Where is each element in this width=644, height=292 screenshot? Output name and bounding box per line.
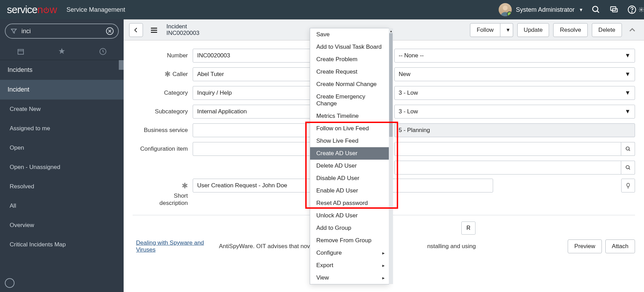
ctx-add-visual-task[interactable]: Add to Visual Task Board: [310, 41, 389, 53]
follow-group: Follow ▾: [470, 23, 513, 37]
ctx-save[interactable]: Save: [310, 28, 389, 41]
ctx-delete-ad-user[interactable]: Delete AD User: [310, 160, 389, 172]
clear-icon[interactable]: [106, 27, 114, 35]
select-r2[interactable]: New▼: [394, 67, 635, 81]
nav-item-overview[interactable]: Overview: [0, 216, 124, 235]
follow-dropdown[interactable]: ▾: [500, 23, 513, 37]
mandatory-icon: ✱: [182, 181, 188, 190]
filter-icon[interactable]: [10, 28, 17, 35]
select-category-value: Inquiry / Help: [197, 90, 232, 96]
chat-icon[interactable]: [609, 4, 619, 15]
nav-tab-apps[interactable]: [0, 43, 41, 60]
search-icon[interactable]: [591, 4, 601, 15]
nav-item-assigned[interactable]: Assigned to me: [0, 119, 124, 138]
ctx-scroll-thumb[interactable]: [389, 33, 393, 137]
logo-text-main: service: [7, 4, 37, 15]
svg-point-0: [503, 6, 508, 10]
label-subcategory: Subcategory: [133, 108, 188, 115]
context-menu: Save Add to Visual Task Board Create Pro…: [310, 28, 389, 284]
help-icon[interactable]: [627, 4, 637, 15]
delete-button[interactable]: Delete: [592, 23, 622, 37]
ctx-unlock-ad-user[interactable]: Unlock AD User: [310, 209, 389, 222]
update-button[interactable]: Update: [517, 23, 549, 37]
svg-rect-9: [18, 49, 23, 54]
form-right-column: -- None --▼ New▼ 3 - Low▼ 3 - Low▼ 5 - P…: [394, 49, 635, 175]
ctx-follow-live-feed[interactable]: Follow on Live Feed: [310, 122, 389, 135]
attach-buttons: Preview Attach: [568, 239, 635, 253]
ctx-create-emergency-change[interactable]: Create Emergency Change: [310, 91, 389, 110]
nav-item-create-new[interactable]: Create New: [0, 100, 124, 119]
nav-tab-favorites[interactable]: [41, 43, 82, 60]
menu-button[interactable]: [147, 23, 161, 37]
nav-item-open-unassigned[interactable]: Open - Unassigned: [0, 158, 124, 177]
resolve-button[interactable]: Resolve: [553, 23, 587, 37]
settings-icon[interactable]: [638, 0, 644, 19]
label-number: Number: [133, 52, 188, 59]
follow-button[interactable]: Follow: [470, 23, 500, 37]
chevron-down-icon: ▼: [625, 108, 631, 115]
ctx-add-to-group[interactable]: Add to Group: [310, 222, 389, 234]
ctx-metrics-timeline[interactable]: Metrics Timeline: [310, 110, 389, 122]
collapse-nav-icon[interactable]: [5, 278, 15, 288]
user-menu[interactable]: System Administrator ▼: [499, 3, 583, 16]
lookup-r7-icon[interactable]: [621, 161, 635, 175]
back-button[interactable]: [129, 23, 143, 37]
svg-line-26: [629, 168, 630, 169]
attach-button[interactable]: Attach: [605, 239, 635, 253]
nav-scroll-thumb[interactable]: [119, 60, 124, 70]
nav-search: [0, 19, 124, 43]
select-r4-value: 3 - Low: [399, 108, 418, 115]
nav-filter-input[interactable]: [21, 28, 102, 35]
label-short-description: ✱ Shortdescription: [133, 181, 188, 207]
ctx-configure[interactable]: Configure: [310, 247, 389, 259]
svg-rect-11: [151, 28, 157, 29]
nav-item-all[interactable]: All: [0, 196, 124, 216]
ctx-create-ad-user[interactable]: Create AD User: [310, 147, 389, 160]
ctx-reset-ad-password[interactable]: Reset AD password: [310, 197, 389, 209]
nav-item-resolved[interactable]: Resolved: [0, 177, 124, 196]
lookup-r6-icon[interactable]: [621, 142, 635, 156]
ctx-export[interactable]: Export: [310, 259, 389, 272]
ctx-disable-ad-user[interactable]: Disable AD User: [310, 172, 389, 185]
field-r2: New▼: [394, 67, 635, 81]
svg-line-2: [597, 11, 599, 12]
nav-item-incidents[interactable]: Incidents: [0, 60, 124, 80]
select-r3-value: 3 - Low: [399, 90, 418, 96]
servicenow-logo: servicenw: [7, 4, 57, 16]
nav-item-incident[interactable]: Incident: [0, 80, 124, 100]
nav-item-critical-map[interactable]: Critical Incidents Map: [0, 235, 124, 254]
nav-tab-history[interactable]: [83, 43, 124, 60]
ctx-show-live-feed[interactable]: Show Live Feed: [310, 135, 389, 147]
svg-line-24: [629, 150, 630, 151]
logo-text-accent: nw: [37, 4, 57, 15]
select-r3[interactable]: 3 - Low▼: [394, 86, 635, 100]
chevron-down-icon: ▼: [625, 52, 631, 59]
ctx-scrollbar[interactable]: ▴: [389, 28, 393, 284]
select-r4[interactable]: 3 - Low▼: [394, 105, 635, 119]
related-search-button[interactable]: R: [461, 222, 476, 235]
svg-point-6: [632, 12, 632, 12]
ctx-create-request[interactable]: Create Request: [310, 66, 389, 78]
ctx-enable-ad-user[interactable]: Enable AD User: [310, 185, 389, 197]
input-r7[interactable]: [394, 161, 622, 175]
svg-point-7: [641, 9, 642, 10]
ctx-remove-from-group[interactable]: Remove From Group: [310, 234, 389, 247]
field-r7: [394, 161, 635, 175]
label-caller: ✱Caller: [133, 70, 188, 79]
form-title-label: Incident: [166, 23, 199, 30]
preview-button[interactable]: Preview: [568, 239, 602, 253]
ctx-create-problem[interactable]: Create Problem: [310, 53, 389, 66]
ctx-create-normal-change[interactable]: Create Normal Change: [310, 78, 389, 91]
nav-item-open[interactable]: Open: [0, 138, 124, 158]
select-r5[interactable]: 5 - Planning: [394, 123, 635, 137]
related-link[interactable]: Dealing with Spyware and Viruses: [136, 239, 205, 253]
input-r6[interactable]: [394, 142, 622, 156]
ctx-scroll-up-icon[interactable]: ▴: [389, 28, 393, 33]
nav-tabs: [0, 43, 124, 60]
suggestion-icon[interactable]: [621, 179, 635, 192]
select-r1[interactable]: -- None --▼: [394, 49, 635, 63]
ctx-view[interactable]: View: [310, 272, 389, 284]
scroll-top-icon[interactable]: [626, 26, 638, 34]
app-name: Service Management: [66, 6, 125, 13]
caret-down-icon: ▼: [579, 7, 583, 12]
